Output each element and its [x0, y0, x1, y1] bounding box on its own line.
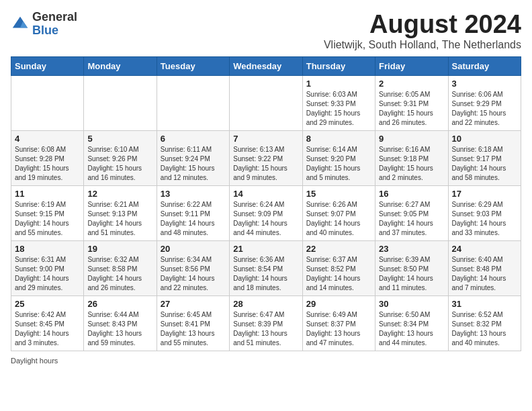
week-row-4: 25Sunrise: 6:42 AM Sunset: 8:45 PM Dayli…	[11, 295, 521, 351]
day-info: Sunrise: 6:19 AM Sunset: 9:15 PM Dayligh…	[15, 200, 80, 238]
title-location: Vlietwijk, South Holland, The Netherland…	[324, 39, 521, 51]
day-number: 7	[233, 134, 298, 144]
calendar-cell: 21Sunrise: 6:36 AM Sunset: 8:54 PM Dayli…	[230, 240, 302, 295]
day-number: 24	[452, 244, 517, 254]
header-day-friday: Friday	[375, 56, 448, 75]
day-number: 18	[15, 244, 80, 254]
calendar-cell: 19Sunrise: 6:32 AM Sunset: 8:58 PM Dayli…	[84, 240, 157, 295]
calendar-cell: 30Sunrise: 6:50 AM Sunset: 8:34 PM Dayli…	[375, 295, 448, 351]
day-number: 22	[306, 244, 371, 254]
day-info: Sunrise: 6:21 AM Sunset: 9:13 PM Dayligh…	[87, 200, 152, 238]
day-number: 10	[452, 134, 517, 144]
day-number: 14	[233, 189, 298, 199]
day-number: 30	[379, 299, 444, 309]
day-number: 15	[306, 189, 371, 199]
day-number: 8	[306, 134, 371, 144]
day-info: Sunrise: 6:26 AM Sunset: 9:07 PM Dayligh…	[306, 200, 371, 238]
day-info: Sunrise: 6:31 AM Sunset: 9:00 PM Dayligh…	[15, 255, 80, 293]
calendar-cell	[157, 75, 229, 130]
day-number: 16	[379, 189, 444, 199]
calendar-cell: 10Sunrise: 6:18 AM Sunset: 9:17 PM Dayli…	[448, 130, 521, 185]
calendar-cell: 25Sunrise: 6:42 AM Sunset: 8:45 PM Dayli…	[11, 295, 84, 351]
day-info: Sunrise: 6:24 AM Sunset: 9:09 PM Dayligh…	[233, 200, 298, 238]
calendar-cell: 7Sunrise: 6:13 AM Sunset: 9:22 PM Daylig…	[230, 130, 302, 185]
day-info: Sunrise: 6:44 AM Sunset: 8:43 PM Dayligh…	[87, 310, 152, 348]
day-number: 9	[379, 134, 444, 144]
calendar-cell	[11, 75, 84, 130]
logo-general: General	[32, 11, 77, 24]
day-info: Sunrise: 6:36 AM Sunset: 8:54 PM Dayligh…	[233, 255, 298, 293]
header-day-saturday: Saturday	[448, 56, 521, 75]
calendar-cell: 22Sunrise: 6:37 AM Sunset: 8:52 PM Dayli…	[302, 240, 375, 295]
day-number: 19	[87, 244, 152, 254]
calendar-cell: 3Sunrise: 6:06 AM Sunset: 9:29 PM Daylig…	[448, 75, 521, 130]
week-row-1: 4Sunrise: 6:08 AM Sunset: 9:28 PM Daylig…	[11, 130, 521, 185]
title-month: August 2024	[324, 11, 521, 39]
day-number: 5	[87, 134, 152, 144]
logo-blue: Blue	[32, 24, 77, 38]
calendar-cell: 24Sunrise: 6:40 AM Sunset: 8:48 PM Dayli…	[448, 240, 521, 295]
logo-icon	[11, 15, 30, 34]
calendar-cell: 20Sunrise: 6:34 AM Sunset: 8:56 PM Dayli…	[157, 240, 229, 295]
day-number: 23	[379, 244, 444, 254]
day-info: Sunrise: 6:34 AM Sunset: 8:56 PM Dayligh…	[161, 255, 226, 293]
day-number: 4	[15, 134, 80, 144]
calendar-cell: 14Sunrise: 6:24 AM Sunset: 9:09 PM Dayli…	[230, 185, 302, 240]
day-info: Sunrise: 6:32 AM Sunset: 8:58 PM Dayligh…	[87, 255, 152, 293]
calendar-cell: 9Sunrise: 6:16 AM Sunset: 9:18 PM Daylig…	[375, 130, 448, 185]
calendar-cell: 17Sunrise: 6:29 AM Sunset: 9:03 PM Dayli…	[448, 185, 521, 240]
calendar-cell: 27Sunrise: 6:45 AM Sunset: 8:41 PM Dayli…	[157, 295, 229, 351]
calendar-cell: 4Sunrise: 6:08 AM Sunset: 9:28 PM Daylig…	[11, 130, 84, 185]
day-info: Sunrise: 6:42 AM Sunset: 8:45 PM Dayligh…	[15, 310, 80, 348]
day-number: 27	[161, 299, 226, 309]
header-row: SundayMondayTuesdayWednesdayThursdayFrid…	[11, 56, 521, 75]
day-number: 21	[233, 244, 298, 254]
calendar-cell: 16Sunrise: 6:27 AM Sunset: 9:05 PM Dayli…	[375, 185, 448, 240]
day-number: 20	[161, 244, 226, 254]
calendar-cell: 31Sunrise: 6:52 AM Sunset: 8:32 PM Dayli…	[448, 295, 521, 351]
page-header: General Blue August 2024 Vlietwijk, Sout…	[11, 11, 521, 51]
day-info: Sunrise: 6:14 AM Sunset: 9:20 PM Dayligh…	[306, 145, 371, 183]
calendar-cell	[84, 75, 157, 130]
logo-text: General Blue	[32, 11, 77, 38]
day-number: 6	[161, 134, 226, 144]
header-day-tuesday: Tuesday	[157, 56, 229, 75]
calendar-cell: 15Sunrise: 6:26 AM Sunset: 9:07 PM Dayli…	[302, 185, 375, 240]
day-info: Sunrise: 6:50 AM Sunset: 8:34 PM Dayligh…	[379, 310, 444, 348]
day-info: Sunrise: 6:47 AM Sunset: 8:39 PM Dayligh…	[233, 310, 298, 348]
calendar-cell: 6Sunrise: 6:11 AM Sunset: 9:24 PM Daylig…	[157, 130, 229, 185]
calendar-cell: 1Sunrise: 6:03 AM Sunset: 9:33 PM Daylig…	[302, 75, 375, 130]
day-info: Sunrise: 6:45 AM Sunset: 8:41 PM Dayligh…	[161, 310, 226, 348]
day-number: 28	[233, 299, 298, 309]
calendar-cell	[230, 75, 302, 130]
day-info: Sunrise: 6:05 AM Sunset: 9:31 PM Dayligh…	[379, 90, 444, 128]
calendar-cell: 2Sunrise: 6:05 AM Sunset: 9:31 PM Daylig…	[375, 75, 448, 130]
day-number: 17	[452, 189, 517, 199]
day-info: Sunrise: 6:16 AM Sunset: 9:18 PM Dayligh…	[379, 145, 444, 183]
header-day-sunday: Sunday	[11, 56, 84, 75]
day-number: 3	[452, 79, 517, 89]
calendar-cell: 12Sunrise: 6:21 AM Sunset: 9:13 PM Dayli…	[84, 185, 157, 240]
day-info: Sunrise: 6:08 AM Sunset: 9:28 PM Dayligh…	[15, 145, 80, 183]
day-info: Sunrise: 6:27 AM Sunset: 9:05 PM Dayligh…	[379, 200, 444, 238]
day-number: 29	[306, 299, 371, 309]
day-number: 13	[161, 189, 226, 199]
day-info: Sunrise: 6:03 AM Sunset: 9:33 PM Dayligh…	[306, 90, 371, 128]
day-number: 1	[306, 79, 371, 89]
calendar-table: SundayMondayTuesdayWednesdayThursdayFrid…	[11, 56, 521, 351]
calendar-cell: 11Sunrise: 6:19 AM Sunset: 9:15 PM Dayli…	[11, 185, 84, 240]
day-info: Sunrise: 6:39 AM Sunset: 8:50 PM Dayligh…	[379, 255, 444, 293]
day-info: Sunrise: 6:11 AM Sunset: 9:24 PM Dayligh…	[161, 145, 226, 183]
calendar-cell: 13Sunrise: 6:22 AM Sunset: 9:11 PM Dayli…	[157, 185, 229, 240]
day-number: 12	[87, 189, 152, 199]
day-number: 2	[379, 79, 444, 89]
day-info: Sunrise: 6:06 AM Sunset: 9:29 PM Dayligh…	[452, 90, 517, 128]
day-info: Sunrise: 6:13 AM Sunset: 9:22 PM Dayligh…	[233, 145, 298, 183]
day-info: Sunrise: 6:29 AM Sunset: 9:03 PM Dayligh…	[452, 200, 517, 238]
day-info: Sunrise: 6:40 AM Sunset: 8:48 PM Dayligh…	[452, 255, 517, 293]
calendar-cell: 18Sunrise: 6:31 AM Sunset: 9:00 PM Dayli…	[11, 240, 84, 295]
day-info: Sunrise: 6:37 AM Sunset: 8:52 PM Dayligh…	[306, 255, 371, 293]
logo: General Blue	[11, 11, 77, 38]
footer: Daylight hours	[11, 357, 521, 365]
day-info: Sunrise: 6:49 AM Sunset: 8:37 PM Dayligh…	[306, 310, 371, 348]
